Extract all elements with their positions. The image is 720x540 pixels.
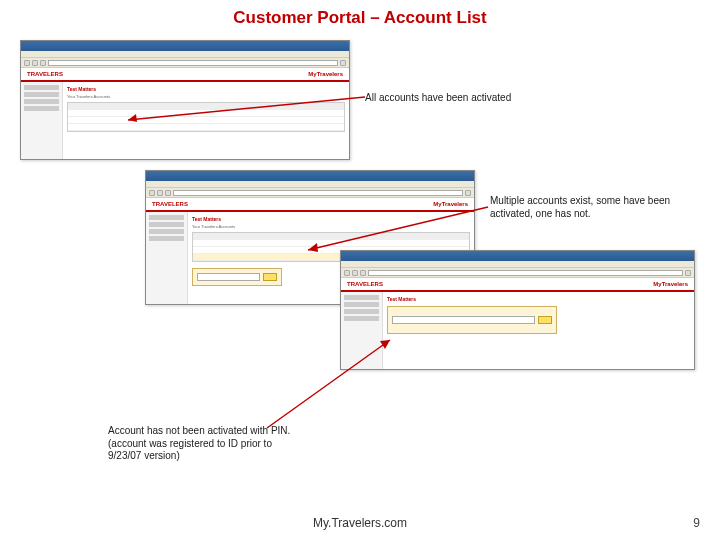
arrow-3 xyxy=(265,335,395,430)
svg-marker-1 xyxy=(128,114,137,122)
window-toolbar xyxy=(21,58,349,68)
pin-entry-box[interactable] xyxy=(192,268,282,286)
footer-page-number: 9 xyxy=(693,516,700,530)
portal-brand: MyTravelers xyxy=(653,281,688,287)
annotation-1: All accounts have been activated xyxy=(365,92,511,105)
svg-line-2 xyxy=(308,207,488,250)
portal-logo: TRAVELERS xyxy=(347,281,383,287)
section-title: Test Matters xyxy=(67,86,345,92)
annotation-3: Account has not been activated with PIN.… xyxy=(108,425,308,463)
svg-line-0 xyxy=(128,97,365,120)
portal-brand: MyTravelers xyxy=(308,71,343,77)
portal-logo: TRAVELERS xyxy=(27,71,63,77)
portal-logo: TRAVELERS xyxy=(152,201,188,207)
arrow-1 xyxy=(120,95,365,125)
svg-marker-3 xyxy=(308,243,318,252)
footer-site: My.Travelers.com xyxy=(313,516,407,530)
arrow-2 xyxy=(300,205,490,255)
portal-sidebar xyxy=(21,82,63,159)
window-menubar xyxy=(21,51,349,58)
section-title: Test Matters xyxy=(387,296,690,302)
svg-marker-5 xyxy=(380,340,390,349)
pin-entry-box[interactable] xyxy=(387,306,557,334)
window-titlebar xyxy=(21,41,349,51)
annotation-2: Multiple accounts exist, some have been … xyxy=(490,195,680,220)
slide-title: Customer Portal – Account List xyxy=(0,0,720,28)
svg-line-4 xyxy=(267,340,390,428)
